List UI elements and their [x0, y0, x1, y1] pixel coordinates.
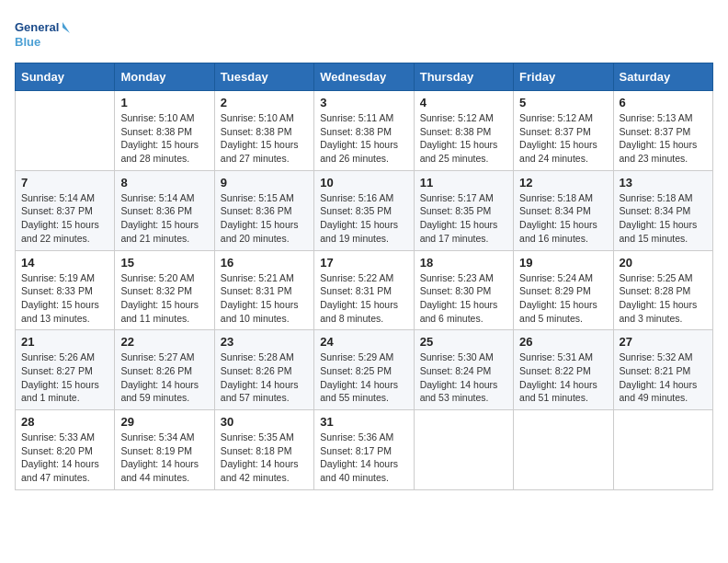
day-cell — [514, 410, 613, 490]
day-number: 9 — [221, 176, 308, 190]
day-cell: 8Sunrise: 5:14 AM Sunset: 8:36 PM Daylig… — [115, 170, 214, 250]
day-number: 2 — [221, 96, 308, 109]
day-number: 28 — [21, 415, 108, 429]
day-info: Sunrise: 5:35 AM Sunset: 8:18 PM Dayligh… — [221, 431, 308, 485]
day-info: Sunrise: 5:16 AM Sunset: 8:35 PM Dayligh… — [320, 191, 407, 246]
day-info: Sunrise: 5:14 AM Sunset: 8:37 PM Dayligh… — [21, 191, 108, 246]
day-number: 29 — [120, 415, 208, 429]
day-cell: 21Sunrise: 5:26 AM Sunset: 8:27 PM Dayli… — [16, 330, 115, 410]
day-cell: 26Sunrise: 5:31 AM Sunset: 8:22 PM Dayli… — [514, 330, 613, 410]
day-cell: 31Sunrise: 5:36 AM Sunset: 8:17 PM Dayli… — [314, 410, 414, 490]
col-header-wednesday: Wednesday — [314, 63, 414, 91]
day-info: Sunrise: 5:14 AM Sunset: 8:36 PM Dayligh… — [120, 191, 208, 246]
day-info: Sunrise: 5:20 AM Sunset: 8:32 PM Dayligh… — [120, 271, 208, 326]
day-cell: 6Sunrise: 5:13 AM Sunset: 8:37 PM Daylig… — [613, 91, 712, 171]
day-cell: 22Sunrise: 5:27 AM Sunset: 8:26 PM Dayli… — [115, 330, 214, 410]
day-number: 17 — [320, 256, 407, 270]
col-header-tuesday: Tuesday — [214, 63, 313, 91]
day-info: Sunrise: 5:19 AM Sunset: 8:33 PM Dayligh… — [21, 271, 108, 326]
day-cell: 5Sunrise: 5:12 AM Sunset: 8:37 PM Daylig… — [514, 91, 613, 171]
day-cell: 28Sunrise: 5:33 AM Sunset: 8:20 PM Dayli… — [16, 410, 115, 490]
day-cell: 1Sunrise: 5:10 AM Sunset: 8:38 PM Daylig… — [115, 91, 214, 171]
day-info: Sunrise: 5:34 AM Sunset: 8:19 PM Dayligh… — [120, 431, 208, 485]
day-number: 25 — [420, 335, 507, 349]
day-number: 3 — [320, 96, 407, 109]
day-cell: 20Sunrise: 5:25 AM Sunset: 8:28 PM Dayli… — [613, 250, 712, 330]
day-cell: 23Sunrise: 5:28 AM Sunset: 8:26 PM Dayli… — [214, 330, 313, 410]
day-info: Sunrise: 5:23 AM Sunset: 8:30 PM Dayligh… — [420, 271, 507, 326]
day-info: Sunrise: 5:18 AM Sunset: 8:34 PM Dayligh… — [519, 191, 607, 246]
day-cell: 25Sunrise: 5:30 AM Sunset: 8:24 PM Dayli… — [414, 330, 513, 410]
day-cell — [613, 410, 712, 490]
day-number: 31 — [320, 415, 407, 429]
day-number: 12 — [519, 176, 607, 190]
day-cell: 10Sunrise: 5:16 AM Sunset: 8:35 PM Dayli… — [314, 170, 414, 250]
day-number: 16 — [221, 256, 308, 270]
logo: General Blue — [15, 15, 70, 55]
day-info: Sunrise: 5:21 AM Sunset: 8:31 PM Dayligh… — [221, 271, 308, 326]
day-info: Sunrise: 5:12 AM Sunset: 8:38 PM Dayligh… — [420, 111, 507, 166]
day-info: Sunrise: 5:12 AM Sunset: 8:37 PM Dayligh… — [519, 111, 607, 166]
day-cell: 12Sunrise: 5:18 AM Sunset: 8:34 PM Dayli… — [514, 170, 613, 250]
day-cell: 3Sunrise: 5:11 AM Sunset: 8:38 PM Daylig… — [314, 91, 414, 171]
day-number: 27 — [620, 335, 707, 349]
day-info: Sunrise: 5:11 AM Sunset: 8:38 PM Dayligh… — [320, 111, 407, 166]
day-number: 8 — [120, 176, 208, 190]
col-header-friday: Friday — [514, 63, 613, 91]
week-row-4: 21Sunrise: 5:26 AM Sunset: 8:27 PM Dayli… — [16, 330, 713, 410]
day-cell: 13Sunrise: 5:18 AM Sunset: 8:34 PM Dayli… — [613, 170, 712, 250]
day-cell: 27Sunrise: 5:32 AM Sunset: 8:21 PM Dayli… — [613, 330, 712, 410]
day-info: Sunrise: 5:10 AM Sunset: 8:38 PM Dayligh… — [221, 111, 308, 166]
day-number: 18 — [420, 256, 507, 270]
week-row-3: 14Sunrise: 5:19 AM Sunset: 8:33 PM Dayli… — [16, 250, 713, 330]
day-info: Sunrise: 5:13 AM Sunset: 8:37 PM Dayligh… — [620, 111, 707, 166]
day-cell: 17Sunrise: 5:22 AM Sunset: 8:31 PM Dayli… — [314, 250, 414, 330]
day-number: 10 — [320, 176, 407, 190]
day-number: 14 — [21, 256, 108, 270]
day-cell: 14Sunrise: 5:19 AM Sunset: 8:33 PM Dayli… — [16, 250, 115, 330]
day-cell: 2Sunrise: 5:10 AM Sunset: 8:38 PM Daylig… — [214, 91, 313, 171]
day-cell: 24Sunrise: 5:29 AM Sunset: 8:25 PM Dayli… — [314, 330, 414, 410]
day-cell: 18Sunrise: 5:23 AM Sunset: 8:30 PM Dayli… — [414, 250, 513, 330]
day-info: Sunrise: 5:18 AM Sunset: 8:34 PM Dayligh… — [620, 191, 707, 246]
day-info: Sunrise: 5:25 AM Sunset: 8:28 PM Dayligh… — [620, 271, 707, 326]
day-number: 23 — [221, 335, 308, 349]
logo-svg: General Blue — [15, 15, 70, 55]
day-info: Sunrise: 5:30 AM Sunset: 8:24 PM Dayligh… — [420, 350, 507, 405]
day-info: Sunrise: 5:28 AM Sunset: 8:26 PM Dayligh… — [221, 350, 308, 405]
day-info: Sunrise: 5:33 AM Sunset: 8:20 PM Dayligh… — [21, 431, 108, 485]
svg-text:General: General — [15, 20, 59, 34]
day-number: 4 — [420, 96, 507, 109]
day-cell: 9Sunrise: 5:15 AM Sunset: 8:36 PM Daylig… — [214, 170, 313, 250]
day-cell: 19Sunrise: 5:24 AM Sunset: 8:29 PM Dayli… — [514, 250, 613, 330]
day-cell: 30Sunrise: 5:35 AM Sunset: 8:18 PM Dayli… — [214, 410, 313, 490]
day-cell — [414, 410, 513, 490]
day-info: Sunrise: 5:15 AM Sunset: 8:36 PM Dayligh… — [221, 191, 308, 246]
svg-marker-2 — [63, 22, 70, 33]
day-info: Sunrise: 5:26 AM Sunset: 8:27 PM Dayligh… — [21, 350, 108, 405]
day-number: 15 — [120, 256, 208, 270]
day-info: Sunrise: 5:32 AM Sunset: 8:21 PM Dayligh… — [620, 350, 707, 405]
day-cell: 11Sunrise: 5:17 AM Sunset: 8:35 PM Dayli… — [414, 170, 513, 250]
day-number: 6 — [620, 96, 707, 109]
day-number: 22 — [120, 335, 208, 349]
calendar-table: SundayMondayTuesdayWednesdayThursdayFrid… — [15, 63, 713, 490]
page-header: General Blue — [15, 15, 713, 55]
day-cell — [16, 91, 115, 171]
day-info: Sunrise: 5:31 AM Sunset: 8:22 PM Dayligh… — [519, 350, 607, 405]
week-row-2: 7Sunrise: 5:14 AM Sunset: 8:37 PM Daylig… — [16, 170, 713, 250]
col-header-thursday: Thursday — [414, 63, 513, 91]
day-number: 1 — [120, 96, 208, 109]
day-info: Sunrise: 5:17 AM Sunset: 8:35 PM Dayligh… — [420, 191, 507, 246]
col-header-monday: Monday — [115, 63, 214, 91]
day-cell: 16Sunrise: 5:21 AM Sunset: 8:31 PM Dayli… — [214, 250, 313, 330]
day-number: 5 — [519, 96, 607, 109]
day-number: 20 — [620, 256, 707, 270]
day-number: 7 — [21, 176, 108, 190]
day-number: 24 — [320, 335, 407, 349]
day-info: Sunrise: 5:24 AM Sunset: 8:29 PM Dayligh… — [519, 271, 607, 326]
week-row-5: 28Sunrise: 5:33 AM Sunset: 8:20 PM Dayli… — [16, 410, 713, 490]
day-cell: 15Sunrise: 5:20 AM Sunset: 8:32 PM Dayli… — [115, 250, 214, 330]
day-number: 21 — [21, 335, 108, 349]
day-info: Sunrise: 5:27 AM Sunset: 8:26 PM Dayligh… — [120, 350, 208, 405]
